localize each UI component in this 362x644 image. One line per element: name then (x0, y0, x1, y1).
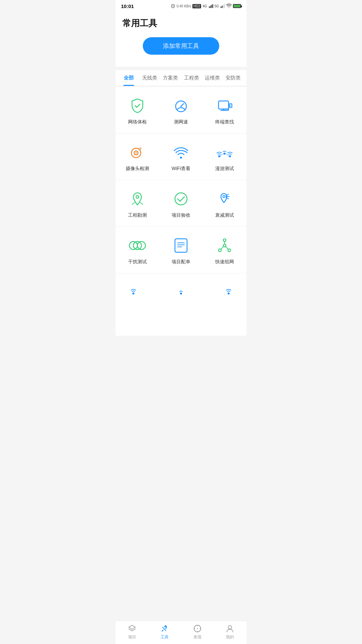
wifi-icon (172, 143, 190, 162)
tool-camera-detect-label: 摄像头检测 (126, 166, 149, 172)
tool-network-check[interactable]: 网络体检 (116, 87, 159, 133)
signal-4g: 4G (202, 4, 207, 8)
hd-badge: HD2 (192, 4, 201, 8)
tool-project-bom[interactable]: 项目配单 (159, 227, 203, 273)
tool-roaming-test-label: 漫游测试 (215, 166, 234, 172)
svg-point-30 (223, 196, 225, 198)
svg-rect-5 (221, 6, 221, 8)
tool-network-check-label: 网络体检 (128, 119, 147, 125)
tab-security[interactable]: 安防类 (223, 70, 244, 86)
partial-icon-2 (172, 283, 190, 302)
tool-speed-test-label: 测网速 (174, 119, 188, 125)
tool-project-accept[interactable]: 项目验收 (159, 180, 203, 226)
partial-tool-1[interactable] (116, 273, 159, 309)
tool-project-accept-label: 项目验收 (172, 212, 190, 218)
shield-check-icon (128, 96, 147, 115)
svg-line-46 (221, 247, 224, 249)
svg-text:?: ? (139, 147, 142, 152)
alarm-icon (171, 4, 175, 8)
location-signal-icon (215, 190, 234, 208)
svg-rect-15 (229, 104, 232, 108)
svg-rect-37 (175, 239, 187, 252)
tool-attenuation-label: 衰减测试 (215, 212, 234, 218)
tool-quick-network[interactable]: 快速组网 (203, 227, 246, 273)
svg-point-50 (228, 292, 230, 294)
svg-point-23 (218, 155, 220, 157)
tab-engineering[interactable]: 工程类 (181, 70, 202, 86)
svg-point-22 (180, 157, 182, 159)
tool-interference[interactable]: 干扰测试 (116, 227, 159, 273)
svg-line-27 (132, 203, 135, 204)
tab-wireless[interactable]: 无线类 (139, 70, 160, 86)
signal-5g: 5G (215, 4, 219, 8)
tool-interference-label: 干扰测试 (128, 259, 147, 265)
svg-rect-3 (211, 5, 212, 8)
tool-survey-label: 工程勘测 (128, 212, 147, 218)
add-button-container: 添加常用工具 (122, 37, 240, 55)
header: 常用工具 添加常用工具 (116, 12, 246, 67)
terminal-icon (215, 96, 234, 115)
svg-point-20 (135, 152, 137, 154)
tool-row-2: ? 摄像头检测 WiFi查看 (116, 133, 246, 180)
location-pin-icon (128, 190, 147, 208)
tool-project-bom-label: 项目配单 (172, 259, 190, 265)
doc-icon (172, 236, 190, 255)
tools-grid: 网络体检 测网速 (116, 87, 246, 336)
partial-icon-1 (128, 283, 147, 302)
partial-tool-row (116, 273, 246, 336)
svg-line-28 (140, 203, 143, 204)
add-tool-button[interactable]: 添加常用工具 (143, 37, 219, 55)
rings-icon (128, 236, 147, 255)
signal-5g-icon (220, 4, 225, 8)
tool-terminal-find[interactable]: 终端查找 (203, 87, 246, 133)
page-title: 常用工具 (122, 17, 240, 29)
tool-quick-network-label: 快速组网 (215, 259, 234, 265)
svg-rect-2 (210, 6, 210, 8)
roaming-icon (215, 143, 234, 162)
category-tabs: 全部 无线类 方案类 工程类 运维类 安防类 (116, 70, 246, 86)
svg-line-47 (226, 247, 228, 249)
svg-point-48 (132, 292, 134, 294)
network-speed: 0.40 KB/s (177, 4, 191, 8)
tab-all[interactable]: 全部 (118, 70, 139, 86)
svg-point-29 (175, 193, 187, 205)
tool-wifi-view-label: WiFi查看 (172, 166, 190, 172)
camera-question-icon: ? (128, 143, 147, 162)
svg-rect-8 (224, 4, 225, 8)
tool-wifi-view[interactable]: WiFi查看 (159, 133, 203, 180)
tool-roaming-test[interactable]: 漫游测试 (203, 133, 246, 180)
svg-rect-12 (219, 101, 229, 109)
signal-4g-icon (208, 4, 213, 8)
svg-rect-4 (212, 4, 213, 8)
status-bar: 10:01 0.40 KB/s HD2 4G 5G (116, 0, 246, 12)
tool-row-1: 网络体检 测网速 (116, 87, 246, 133)
tab-solution[interactable]: 方案类 (160, 70, 181, 86)
partial-tool-3[interactable] (203, 273, 246, 309)
check-circle-icon (172, 190, 190, 208)
partial-tool-2[interactable] (159, 273, 203, 309)
svg-point-49 (180, 292, 182, 294)
topology-icon (215, 236, 234, 255)
tool-speed-test[interactable]: 测网速 (159, 87, 203, 133)
tool-survey[interactable]: 工程勘测 (116, 180, 159, 226)
battery-icon (233, 4, 241, 8)
speedometer-icon (172, 96, 190, 115)
status-time: 10:01 (121, 3, 134, 9)
tool-terminal-find-label: 终端查找 (215, 119, 234, 125)
tool-row-3: 工程勘测 项目验收 衰减测试 (116, 180, 246, 227)
svg-rect-6 (222, 6, 223, 8)
svg-rect-7 (223, 5, 224, 8)
wifi-status-icon (226, 4, 232, 8)
status-icons: 0.40 KB/s HD2 4G 5G (171, 4, 241, 8)
svg-point-25 (229, 155, 231, 157)
tool-attenuation[interactable]: 衰减测试 (203, 180, 246, 226)
svg-rect-1 (209, 6, 209, 8)
partial-icon-3 (215, 283, 234, 302)
svg-point-26 (136, 196, 139, 198)
tool-camera-detect[interactable]: ? 摄像头检测 (116, 133, 159, 180)
svg-point-42 (223, 239, 226, 241)
tool-row-4: 干扰测试 项目配单 (116, 227, 246, 273)
svg-point-11 (180, 106, 182, 107)
tab-ops[interactable]: 运维类 (202, 70, 223, 86)
